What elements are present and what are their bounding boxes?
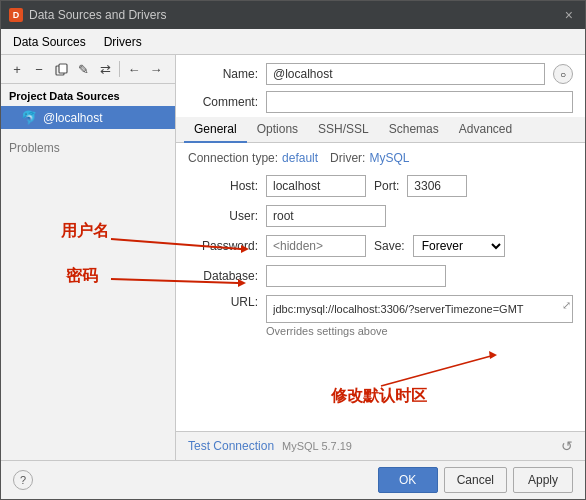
- back-button[interactable]: ←: [124, 59, 144, 79]
- save-select[interactable]: Forever Until restart Never: [413, 235, 505, 257]
- user-row: User:: [188, 205, 573, 227]
- database-input[interactable]: [266, 265, 446, 287]
- url-hint: Overrides settings above: [188, 325, 573, 337]
- close-button[interactable]: ×: [561, 7, 577, 23]
- tab-general[interactable]: General: [184, 117, 247, 143]
- problems-label: Problems: [9, 141, 60, 155]
- url-input-wrap: ⤢: [266, 295, 573, 323]
- conn-type-label: Connection type:: [188, 151, 278, 165]
- comment-row: Comment:: [176, 89, 585, 117]
- conn-type-row: Connection type: default Driver: MySQL: [188, 151, 573, 165]
- localhost-label: @localhost: [43, 111, 103, 125]
- db-icon: 🐬: [21, 110, 37, 125]
- dialog-footer: ? OK Cancel Apply: [1, 460, 585, 499]
- comment-field-label: Comment:: [188, 95, 258, 109]
- comment-input[interactable]: [266, 91, 573, 113]
- right-panel: Name: ○ Comment: General Options SSH/SSL…: [176, 55, 585, 460]
- refresh-icon[interactable]: ↺: [561, 438, 573, 454]
- tab-ssh-ssl[interactable]: SSH/SSL: [308, 117, 379, 143]
- conn-type-value[interactable]: default: [282, 151, 318, 165]
- user-label: User:: [188, 209, 258, 223]
- tabs-bar: General Options SSH/SSL Schemas Advanced: [176, 117, 585, 143]
- database-row: Database:: [188, 265, 573, 287]
- title-bar: D Data Sources and Drivers ×: [1, 1, 585, 29]
- edit-button[interactable]: ✎: [73, 59, 93, 79]
- user-input[interactable]: [266, 205, 386, 227]
- left-panel: + − ✎ ⇄ ← → Project Data Sources 🐬 @loca…: [1, 55, 176, 460]
- add-button[interactable]: +: [7, 59, 27, 79]
- app-icon: D: [9, 8, 23, 22]
- host-label: Host:: [188, 179, 258, 193]
- reset-button[interactable]: ○: [553, 64, 573, 84]
- tab-options[interactable]: Options: [247, 117, 308, 143]
- localhost-tree-item[interactable]: 🐬 @localhost: [1, 106, 175, 129]
- toolbar-separator: [119, 61, 120, 77]
- save-label: Save:: [374, 239, 405, 253]
- window-title: Data Sources and Drivers: [29, 8, 555, 22]
- remove-button[interactable]: −: [29, 59, 49, 79]
- url-label: URL:: [188, 295, 258, 309]
- copy-button[interactable]: [51, 59, 71, 79]
- form-area: Connection type: default Driver: MySQL H…: [176, 143, 585, 431]
- test-connection-button[interactable]: Test Connection: [188, 439, 274, 453]
- left-toolbar: + − ✎ ⇄ ← →: [1, 55, 175, 84]
- cancel-button[interactable]: Cancel: [444, 467, 507, 493]
- tab-advanced[interactable]: Advanced: [449, 117, 522, 143]
- port-label: Port:: [374, 179, 399, 193]
- name-input[interactable]: [266, 63, 545, 85]
- apply-button[interactable]: Apply: [513, 467, 573, 493]
- host-port-row: Host: Port:: [188, 175, 573, 197]
- database-label: Database:: [188, 269, 258, 283]
- name-field-label: Name:: [188, 67, 258, 81]
- name-row: Name: ○: [176, 55, 585, 89]
- driver-value[interactable]: MySQL: [369, 151, 409, 165]
- menu-data-sources[interactable]: Data Sources: [5, 33, 94, 51]
- problems-section: Problems: [1, 133, 175, 163]
- main-window: D Data Sources and Drivers × Data Source…: [0, 0, 586, 500]
- driver-label: Driver:: [330, 151, 365, 165]
- password-input[interactable]: [266, 235, 366, 257]
- mysql-version: MySQL 5.7.19: [282, 440, 352, 452]
- url-expand-icon[interactable]: ⤢: [562, 299, 571, 312]
- password-label: Password:: [188, 239, 258, 253]
- project-data-sources-header: Project Data Sources: [1, 84, 175, 106]
- menu-bar: Data Sources Drivers: [1, 29, 585, 55]
- swap-button[interactable]: ⇄: [95, 59, 115, 79]
- url-input[interactable]: [266, 295, 573, 323]
- url-row: URL: ⤢: [188, 295, 573, 323]
- ok-button[interactable]: OK: [378, 467, 438, 493]
- host-input[interactable]: [266, 175, 366, 197]
- menu-drivers[interactable]: Drivers: [96, 33, 150, 51]
- forward-button[interactable]: →: [146, 59, 166, 79]
- main-content: + − ✎ ⇄ ← → Project Data Sources 🐬 @loca…: [1, 55, 585, 460]
- bottom-bar: Test Connection MySQL 5.7.19 ↺: [176, 431, 585, 460]
- password-row: Password: Save: Forever Until restart Ne…: [188, 235, 573, 257]
- help-button[interactable]: ?: [13, 470, 33, 490]
- svg-rect-1: [59, 64, 67, 73]
- tab-schemas[interactable]: Schemas: [379, 117, 449, 143]
- port-input[interactable]: [407, 175, 467, 197]
